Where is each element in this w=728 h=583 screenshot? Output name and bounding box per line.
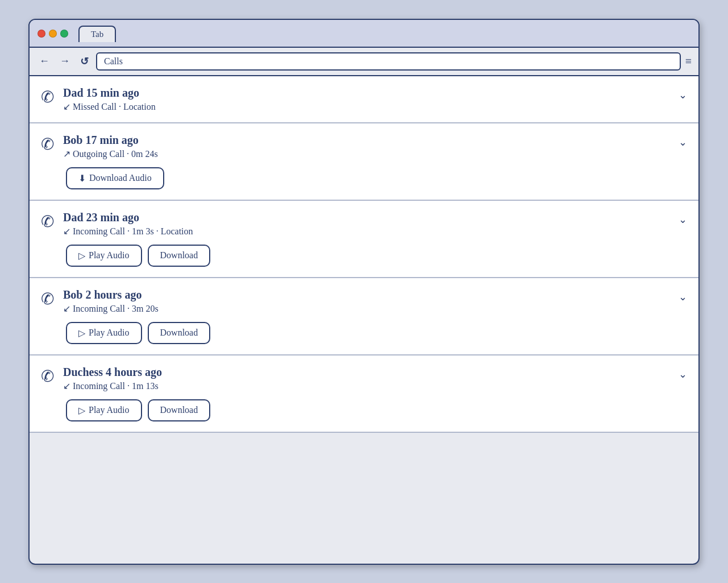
call-header: ✆ Dad 23 min ago ↙ Incoming Call · 1m 3s… (41, 211, 687, 237)
call-subtitle: ↙ Incoming Call · 3m 20s (63, 303, 687, 314)
call-contact: Dad 15 min ago (63, 86, 687, 100)
call-item-dad-incoming: ✆ Dad 23 min ago ↙ Incoming Call · 1m 3s… (30, 201, 698, 278)
call-actions: ▷ Play Audio Download (66, 322, 687, 344)
phone-icon: ✆ (41, 88, 54, 106)
forward-button[interactable]: → (57, 54, 73, 68)
download-button[interactable]: Download (148, 322, 211, 344)
call-actions: ▷ Play Audio Download (66, 245, 687, 267)
phone-icon: ✆ (41, 135, 54, 154)
call-time: 17 min ago (85, 134, 138, 146)
chevron-down-icon[interactable]: ⌄ (679, 213, 687, 226)
titlebar: Tab (30, 20, 698, 48)
maximize-button[interactable] (60, 30, 68, 38)
phone-icon: ✆ (41, 367, 54, 386)
play-audio-button[interactable]: ▷ Play Audio (66, 399, 142, 421)
call-actions: ▷ Play Audio Download (66, 399, 687, 421)
call-header: ✆ Duchess 4 hours ago ↙ Incoming Call · … (41, 366, 687, 391)
play-audio-button[interactable]: ▷ Play Audio (66, 245, 142, 267)
call-info: Bob 17 min ago ↗ Outgoing Call · 0m 24s (63, 134, 687, 159)
call-item-dad-missed: ✆ Dad 15 min ago ↙ Missed Call · Locatio… (30, 76, 698, 123)
play-icon: ▷ (78, 328, 85, 338)
chevron-down-icon[interactable]: ⌄ (679, 291, 687, 303)
minimize-button[interactable] (49, 30, 57, 38)
call-header: ✆ Dad 15 min ago ↙ Missed Call · Locatio… (41, 86, 687, 112)
play-icon: ▷ (78, 250, 85, 261)
call-subtitle: ↙ Incoming Call · 1m 13s (63, 381, 687, 391)
browser-tab[interactable]: Tab (78, 26, 116, 42)
download-button[interactable]: Download (148, 399, 211, 421)
browser-toolbar: ← → ↺ ≡ (30, 48, 698, 76)
browser-window: Tab ← → ↺ ≡ ✆ Dad 15 min ago ↙ Missed Ca… (28, 19, 700, 565)
call-contact: Duchess 4 hours ago (63, 366, 687, 379)
call-subtitle: ↗ Outgoing Call · 0m 24s (63, 148, 687, 159)
download-button[interactable]: Download (148, 245, 211, 267)
chevron-down-icon[interactable]: ⌄ (679, 136, 687, 148)
call-info: Dad 15 min ago ↙ Missed Call · Location (63, 86, 687, 112)
back-button[interactable]: ← (36, 54, 52, 68)
play-icon: ▷ (78, 405, 85, 416)
call-info: Bob 2 hours ago ↙ Incoming Call · 3m 20s (63, 288, 687, 314)
call-contact: Dad 23 min ago (63, 211, 687, 224)
play-audio-button[interactable]: ▷ Play Audio (66, 322, 142, 344)
phone-icon: ✆ (41, 290, 54, 308)
traffic-lights (38, 30, 68, 38)
call-item-bob-outgoing: ✆ Bob 17 min ago ↗ Outgoing Call · 0m 24… (30, 123, 698, 201)
call-actions: ⬇ Download Audio (66, 167, 687, 189)
call-subtitle: ↙ Incoming Call · 1m 3s · Location (63, 226, 687, 237)
call-time: 15 min ago (86, 86, 139, 99)
call-item-bob-incoming: ✆ Bob 2 hours ago ↙ Incoming Call · 3m 2… (30, 278, 698, 355)
call-time: 2 hours ago (85, 288, 142, 301)
call-info: Duchess 4 hours ago ↙ Incoming Call · 1m… (63, 366, 687, 391)
download-audio-button[interactable]: ⬇ Download Audio (66, 167, 164, 189)
refresh-button[interactable]: ↺ (77, 54, 91, 69)
call-header: ✆ Bob 2 hours ago ↙ Incoming Call · 3m 2… (41, 288, 687, 314)
chevron-down-icon[interactable]: ⌄ (679, 368, 687, 381)
phone-icon: ✆ (41, 212, 54, 231)
call-contact: Bob 2 hours ago (63, 288, 687, 301)
call-header: ✆ Bob 17 min ago ↗ Outgoing Call · 0m 24… (41, 134, 687, 159)
call-info: Dad 23 min ago ↙ Incoming Call · 1m 3s ·… (63, 211, 687, 237)
call-time: 4 hours ago (106, 366, 162, 378)
call-item-duchess-incoming: ✆ Duchess 4 hours ago ↙ Incoming Call · … (30, 355, 698, 433)
menu-icon[interactable]: ≡ (685, 55, 692, 68)
download-icon: ⬇ (78, 173, 86, 184)
chevron-down-icon[interactable]: ⌄ (679, 89, 687, 101)
address-bar[interactable] (96, 52, 681, 71)
browser-content: ✆ Dad 15 min ago ↙ Missed Call · Locatio… (30, 76, 698, 433)
call-time: 23 min ago (86, 211, 139, 224)
close-button[interactable] (38, 30, 45, 38)
call-contact: Bob 17 min ago (63, 134, 687, 147)
call-subtitle: ↙ Missed Call · Location (63, 101, 687, 112)
